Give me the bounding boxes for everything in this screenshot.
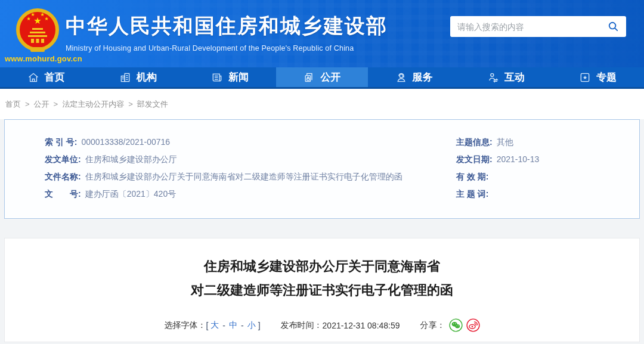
topics-icon: ★: [579, 72, 591, 83]
article-meta-row: 选择字体： [ 大 - 中 - 小 ] 发布时间： 2021-12-31 08:…: [5, 318, 639, 332]
news-icon: [211, 72, 223, 83]
font-size-picker: 选择字体： [ 大 - 中 - 小 ]: [164, 320, 260, 331]
nav-item-disclosure[interactable]: 公开: [276, 67, 368, 87]
nav-label: 机构: [137, 70, 157, 84]
nav-item-organization[interactable]: 机构: [92, 67, 184, 87]
breadcrumb-separator: >: [25, 100, 30, 109]
publish-time-value: 2021-12-31 08:48:59: [323, 321, 400, 330]
bracket-close: ]: [258, 321, 261, 330]
breadcrumb-statutory-content[interactable]: 法定主动公开内容: [62, 99, 124, 110]
info-value: 000013338/2021-00716: [81, 136, 170, 153]
breadcrumb-current: 部发文件: [137, 99, 168, 110]
service-icon: [395, 72, 407, 83]
info-label: 发文日期:: [456, 153, 493, 171]
disclosure-icon: [303, 72, 315, 83]
info-label: 有 效 期:: [456, 171, 488, 188]
info-row-index-number: 索 引 号: 000013338/2021-00716: [45, 136, 456, 153]
main-nav: 首页 机构 新闻 公开: [0, 67, 644, 89]
interaction-icon: [487, 72, 499, 83]
font-size-small[interactable]: 小: [247, 320, 256, 331]
info-value: 住房和城乡建设部办公厅: [85, 153, 177, 171]
weibo-share-icon[interactable]: [466, 318, 480, 332]
breadcrumb-separator: >: [128, 100, 133, 109]
nav-item-interaction[interactable]: 互动: [460, 67, 552, 87]
share-label: 分享：: [420, 320, 445, 331]
share-group: 分享：: [420, 318, 480, 332]
font-size-dash: -: [222, 321, 225, 330]
nav-label: 服务: [413, 70, 433, 84]
search-input[interactable]: [457, 22, 608, 32]
nav-label: 专题: [596, 70, 617, 84]
info-value: 建办厅函〔2021〕420号: [85, 188, 177, 205]
article-box: 住房和城乡建设部办公厅关于同意海南省 对二级建造师等注册证书实行电子化管理的函 …: [4, 238, 640, 342]
wechat-share-icon[interactable]: [449, 318, 463, 332]
section-gap: [0, 219, 644, 238]
search-icon[interactable]: [608, 21, 619, 32]
font-size-medium[interactable]: 中: [229, 320, 237, 331]
info-row-file-name: 文件名称: 住房和城乡建设部办公厅关于同意海南省对二级建造师等注册证书实行电子化…: [45, 171, 456, 188]
site-subtitle: Ministry of Housing and Urban-Rural Deve…: [66, 44, 388, 52]
organization-icon: [119, 72, 131, 83]
home-icon: [27, 72, 39, 83]
breadcrumb-separator: >: [54, 100, 58, 109]
nav-label: 首页: [45, 70, 65, 84]
national-emblem-icon: ★ ★ ★ ★ ★: [16, 8, 59, 54]
info-row-issue-date: 发文日期: 2021-10-13: [456, 153, 639, 171]
document-info-box: 索 引 号: 000013338/2021-00716 发文单位: 住房和城乡建…: [4, 119, 640, 219]
nav-item-service[interactable]: 服务: [368, 67, 460, 87]
article-title-line1: 住房和城乡建设部办公厅关于同意海南省: [5, 255, 639, 278]
nav-label: 公开: [320, 70, 340, 84]
site-url: www.mohurd.gov.cn: [5, 54, 82, 63]
nav-item-home[interactable]: 首页: [0, 67, 92, 87]
bracket-open: [: [206, 321, 208, 330]
font-size-large[interactable]: 大: [210, 320, 219, 331]
breadcrumb: 首页 > 公开 > 法定主动公开内容 > 部发文件: [0, 89, 644, 119]
info-row-issuing-unit: 发文单位: 住房和城乡建设部办公厅: [45, 153, 456, 171]
publish-time-label: 发布时间：: [281, 320, 323, 331]
nav-label: 新闻: [228, 70, 249, 84]
info-row-topic-info: 主题信息: 其他: [456, 136, 639, 153]
info-label: 主题信息:: [456, 136, 493, 153]
nav-item-topics[interactable]: ★ 专题: [552, 67, 644, 87]
search-box[interactable]: [450, 16, 626, 37]
nav-item-news[interactable]: 新闻: [184, 67, 276, 87]
info-row-keywords: 主 题 词:: [456, 188, 639, 205]
info-label: 主 题 词:: [456, 188, 488, 205]
info-row-document-number: 文 号: 建办厅函〔2021〕420号: [45, 188, 456, 205]
info-value: 住房和城乡建设部办公厅关于同意海南省对二级建造师等注册证书实行电子化管理的函: [85, 171, 402, 188]
info-label: 文件名称:: [45, 171, 81, 188]
info-label: 发文单位:: [45, 153, 81, 171]
nav-label: 互动: [504, 70, 525, 84]
breadcrumb-home[interactable]: 首页: [5, 99, 21, 110]
breadcrumb-disclosure[interactable]: 公开: [34, 99, 49, 110]
svg-text:★: ★: [44, 16, 48, 21]
info-label: 索 引 号:: [45, 136, 77, 153]
info-value: 其他: [497, 136, 513, 153]
svg-text:★: ★: [583, 75, 587, 80]
info-value: 2021-10-13: [497, 153, 540, 171]
info-row-validity: 有 效 期:: [456, 171, 639, 188]
site-title: 中华人民共和国住房和城乡建设部: [66, 13, 388, 40]
info-label: 文 号:: [45, 188, 81, 205]
article-title-line2: 对二级建造师等注册证书实行电子化管理的函: [5, 278, 639, 302]
font-size-label: 选择字体：: [164, 320, 206, 331]
site-header: ★ ★ ★ ★ ★ www.mohurd.gov.cn 中华人民共和国住房和城乡…: [0, 0, 644, 67]
font-size-dash: -: [241, 321, 244, 330]
svg-text:★: ★: [30, 12, 35, 17]
publish-time-group: 发布时间： 2021-12-31 08:48:59: [281, 320, 400, 331]
